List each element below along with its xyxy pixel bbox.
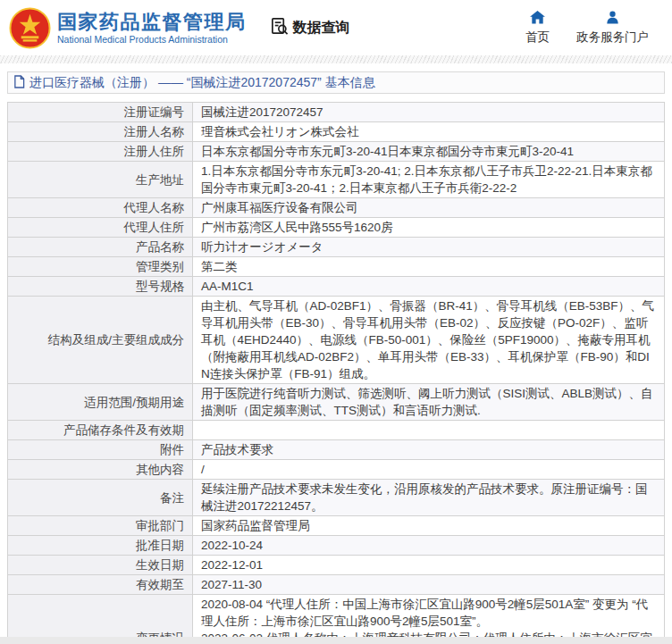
- table-row: 产品储存条件及有效期: [8, 421, 665, 440]
- header: 国家药品监督管理局 National Medical Products Admi…: [0, 0, 672, 55]
- table-row: 注册人住所日本东京都国分寺市东元町3-20-41日本東京都国分寺市東元町3-20…: [8, 142, 665, 162]
- table-row: 备注延续注册产品技术要求未发生变化，沿用原核发的产品技术要求。原注册证编号：国械…: [8, 480, 665, 516]
- row-label: 注册人名称: [8, 122, 193, 142]
- site-logo: 国家药品监督管理局 National Medical Products Admi…: [9, 7, 247, 49]
- row-value: 广州康耳福医疗设备有限公司: [193, 198, 665, 218]
- row-label: 型号规格: [8, 277, 193, 297]
- row-label: 其他内容: [8, 460, 193, 480]
- user-icon: [606, 11, 619, 27]
- row-value: 由主机、气导耳机（AD-02BF1）、骨振器（BR-41）、骨导耳机线（EB-5…: [193, 297, 665, 384]
- row-value: 2027-11-30: [193, 575, 665, 595]
- row-value: 用于医院进行纯音听力测试、筛选测听、阈上听力测试（SISI测试、ABLB测试）、…: [193, 384, 665, 421]
- row-value: 1.日本东京都国分寺市东元町3-20-41; 2.日本东京都八王子市兵卫2-22…: [193, 162, 665, 198]
- row-value: 理音株式会社リオン株式会社: [193, 122, 665, 142]
- table-row: 代理人名称广州康耳福医疗设备有限公司: [8, 198, 665, 218]
- row-value: 2022-10-24: [193, 536, 665, 556]
- data-query-icon: [270, 17, 289, 39]
- table-row: 生效日期2022-12-01: [8, 556, 665, 575]
- home-icon: [530, 11, 545, 27]
- table-row: 产品名称听力计オージオメータ: [8, 238, 665, 257]
- site-subtitle: National Medical Products Administration: [57, 34, 247, 46]
- table-row: 结构及组成/主要组成成分由主机、气导耳机（AD-02BF1）、骨振器（BR-41…: [8, 297, 665, 384]
- document-icon: [13, 75, 25, 91]
- portal-label: 政务服务门户: [576, 29, 649, 46]
- row-value: 听力计オージオメータ: [193, 238, 665, 257]
- row-value: 日本东京都国分寺市东元町3-20-41日本東京都国分寺市東元町3-20-41: [193, 142, 665, 162]
- table-row: 注册证编号国械注进20172072457: [8, 103, 665, 122]
- table-row: 生产地址1.日本东京都国分寺市东元町3-20-41; 2.日本东京都八王子市兵卫…: [8, 162, 665, 198]
- table-row: 批准日期2022-10-24: [8, 536, 665, 556]
- footer-band: [0, 637, 672, 644]
- row-label: 注册证编号: [8, 103, 193, 122]
- national-emblem-icon: [9, 7, 51, 49]
- data-query-nav[interactable]: 数据查询: [270, 17, 350, 39]
- row-value: 2022-12-01: [193, 556, 665, 575]
- table-row: 注册人名称理音株式会社リオン株式会社: [8, 122, 665, 142]
- row-label: 管理类别: [8, 257, 193, 277]
- home-label: 首页: [525, 29, 550, 46]
- site-titles: 国家药品监督管理局 National Medical Products Admi…: [57, 11, 247, 46]
- row-label: 生产地址: [8, 162, 193, 198]
- table-row: 有效期至2027-11-30: [8, 575, 665, 595]
- breadcrumb: 进口医疗器械（注册） —— “国械注进20172072457” 基本信息: [7, 71, 665, 94]
- row-label: 审批部门: [8, 516, 193, 536]
- breadcrumb-text: 进口医疗器械（注册） —— “国械注进20172072457” 基本信息: [29, 75, 375, 91]
- table-row: 附件产品技术要求: [8, 440, 665, 460]
- row-label: 产品储存条件及有效期: [8, 421, 193, 440]
- row-label: 注册人住所: [8, 142, 193, 162]
- table-row: 审批部门国家药品监督管理局: [8, 516, 665, 536]
- row-value: 产品技术要求: [193, 440, 665, 460]
- row-label: 附件: [8, 440, 193, 460]
- row-value: [193, 421, 665, 440]
- portal-link[interactable]: 政务服务门户: [576, 11, 649, 46]
- row-label: 代理人名称: [8, 198, 193, 218]
- row-value: 广州市荔湾区人民中路555号1620房: [193, 218, 665, 238]
- table-row: 型号规格AA-M1C1: [8, 277, 665, 297]
- row-label: 适用范围/预期用途: [8, 384, 193, 421]
- row-label: 生效日期: [8, 556, 193, 575]
- table-row: 适用范围/预期用途用于医院进行纯音听力测试、筛选测听、阈上听力测试（SISI测试…: [8, 384, 665, 421]
- row-value: 国家药品监督管理局: [193, 516, 665, 536]
- row-label: 批准日期: [8, 536, 193, 556]
- site-title: 国家药品监督管理局: [57, 11, 247, 34]
- row-label: 代理人住所: [8, 218, 193, 238]
- row-value: 国械注进20172072457: [193, 103, 665, 122]
- row-label: 有效期至: [8, 575, 193, 595]
- header-links: 首页 政务服务门户: [525, 11, 649, 46]
- registration-info-table: 注册证编号国械注进20172072457注册人名称理音株式会社リオン株式会社注册…: [7, 102, 665, 644]
- home-link[interactable]: 首页: [525, 11, 550, 46]
- row-label: 备注: [8, 480, 193, 516]
- divider-stripes: [0, 55, 672, 63]
- row-label: 结构及组成/主要组成成分: [8, 297, 193, 384]
- row-value: 第二类: [193, 257, 665, 277]
- table-row: 代理人住所广州市荔湾区人民中路555号1620房: [8, 218, 665, 238]
- row-value: /: [193, 460, 665, 480]
- table-row: 其他内容/: [8, 460, 665, 480]
- row-value: 延续注册产品技术要求未发生变化，沿用原核发的产品技术要求。原注册证编号：国械注进…: [193, 480, 665, 516]
- row-value: AA-M1C1: [193, 277, 665, 297]
- table-row: 管理类别第二类: [8, 257, 665, 277]
- data-query-label: 数据查询: [293, 19, 350, 38]
- row-label: 产品名称: [8, 238, 193, 257]
